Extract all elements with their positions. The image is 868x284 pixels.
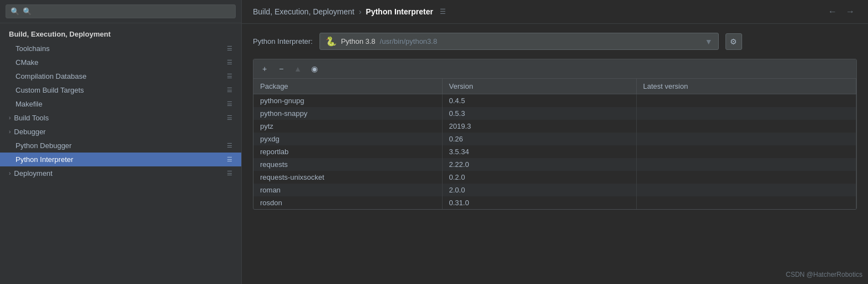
package-latest	[636, 196, 856, 209]
expand-arrow-icon: ›	[9, 115, 11, 121]
page-icon: ☰	[227, 73, 232, 80]
package-latest	[636, 133, 856, 145]
sidebar-item-build-tools[interactable]: › Build Tools ☰	[0, 111, 241, 125]
sidebar-item-custom-build-targets[interactable]: Custom Build Targets ☰	[0, 83, 241, 97]
package-version: 2.0.0	[442, 184, 636, 196]
python-logo-icon: 🐍	[326, 36, 337, 47]
page-icon: ☰	[227, 170, 232, 177]
remove-package-button[interactable]: −	[275, 63, 288, 75]
sidebar-item-label: Build Tools	[14, 114, 49, 122]
sidebar-item-python-debugger[interactable]: Python Debugger ☰	[0, 139, 241, 153]
table-row[interactable]: pyxdg 0.26	[253, 133, 856, 145]
packages-table: Package Version Latest version python-gn…	[253, 79, 856, 209]
add-package-button[interactable]: +	[258, 63, 271, 75]
nav-arrows: ← →	[826, 6, 857, 18]
upgrade-package-button[interactable]: ▲	[291, 63, 304, 75]
table-row[interactable]: python-snappy 0.5.3	[253, 107, 856, 120]
sidebar-item-label: Toolchains	[16, 44, 49, 53]
package-version: 0.5.3	[442, 107, 636, 120]
package-latest	[636, 120, 856, 133]
table-row[interactable]: requests 2.22.0	[253, 158, 856, 171]
package-name: reportlab	[253, 145, 442, 158]
sidebar-item-label: Python Debugger	[16, 141, 72, 150]
packages-section: + − ▲ ◉ Package Version Latest version p…	[253, 59, 857, 210]
table-row[interactable]: pytz 2019.3	[253, 120, 856, 133]
sidebar-item-debugger[interactable]: › Debugger	[0, 125, 241, 139]
column-header-package: Package	[253, 79, 442, 94]
column-header-version: Version	[442, 79, 636, 94]
page-icon: ☰	[227, 100, 232, 108]
table-row[interactable]: roman 2.0.0	[253, 184, 856, 196]
page-icon: ☰	[227, 45, 232, 52]
sidebar-item-label: Python Interpreter	[16, 155, 73, 164]
page-icon: ☰	[227, 59, 232, 66]
breadcrumb-bar: Build, Execution, Deployment › Python In…	[242, 0, 868, 24]
breadcrumb-parent: Build, Execution, Deployment	[253, 7, 354, 16]
column-header-latest: Latest version	[636, 79, 856, 94]
package-name: requests-unixsocket	[253, 171, 442, 184]
sidebar-item-compilation-database[interactable]: Compilation Database ☰	[0, 69, 241, 83]
table-header-row: Package Version Latest version	[253, 79, 856, 94]
interpreter-settings-button[interactable]: ⚙	[725, 33, 742, 50]
forward-button[interactable]: →	[844, 6, 857, 18]
package-name: pytz	[253, 120, 442, 133]
package-name: requests	[253, 158, 442, 171]
sidebar-item-deployment[interactable]: › Deployment ☰	[0, 166, 241, 180]
breadcrumb-current: Python Interpreter	[366, 7, 433, 16]
package-name: pyxdg	[253, 133, 442, 145]
sidebar-item-label: Custom Build Targets	[16, 86, 84, 94]
page-icon: ☰	[227, 114, 232, 121]
interpreter-row: Python Interpreter: 🐍 Python 3.8 /usr/bi…	[253, 33, 857, 50]
search-input-wrap[interactable]: 🔍	[6, 4, 236, 18]
breadcrumb-page-icon: ☰	[440, 8, 446, 16]
page-icon: ☰	[227, 156, 232, 163]
interpreter-select[interactable]: 🐍 Python 3.8 /usr/bin/python3.8 ▼	[319, 33, 719, 50]
search-input[interactable]	[23, 7, 231, 16]
package-version: 0.2.0	[442, 171, 636, 184]
table-row[interactable]: python-gnupg 0.4.5	[253, 94, 856, 108]
expand-arrow-icon: ›	[9, 129, 11, 135]
package-version: 3.5.34	[442, 145, 636, 158]
table-row[interactable]: reportlab 3.5.34	[253, 145, 856, 158]
package-version: 2.22.0	[442, 158, 636, 171]
package-latest	[636, 171, 856, 184]
package-latest	[636, 107, 856, 120]
package-name: roman	[253, 184, 442, 196]
search-bar: 🔍	[0, 0, 241, 23]
package-name: python-gnupg	[253, 94, 442, 108]
watermark: CSDN @HatcherRobotics	[786, 271, 862, 278]
sidebar-content: Build, Execution, Deployment Toolchains …	[0, 23, 241, 284]
dropdown-arrow-icon: ▼	[705, 37, 713, 46]
sidebar-item-cmake[interactable]: CMake ☰	[0, 55, 241, 69]
expand-arrow-icon: ›	[9, 170, 11, 176]
package-version: 0.31.0	[442, 196, 636, 209]
page-icon: ☰	[227, 142, 232, 149]
content-area: Python Interpreter: 🐍 Python 3.8 /usr/bi…	[242, 24, 868, 284]
sidebar-item-toolchains[interactable]: Toolchains ☰	[0, 42, 241, 55]
interpreter-name: Python 3.8	[341, 37, 375, 45]
package-latest	[636, 145, 856, 158]
sidebar-item-makefile[interactable]: Makefile ☰	[0, 97, 241, 111]
sidebar-item-label: Makefile	[16, 100, 42, 108]
packages-toolbar: + − ▲ ◉	[253, 59, 856, 79]
package-version: 0.4.5	[442, 94, 636, 108]
package-latest	[636, 158, 856, 171]
sidebar-item-python-interpreter[interactable]: Python Interpreter ☰	[0, 153, 241, 166]
page-icon: ☰	[227, 87, 232, 94]
sidebar-item-label: Debugger	[14, 128, 45, 136]
show-all-button[interactable]: ◉	[308, 63, 321, 75]
sidebar: 🔍 Build, Execution, Deployment Toolchain…	[0, 0, 242, 284]
back-button[interactable]: ←	[826, 6, 839, 18]
package-version: 2019.3	[442, 120, 636, 133]
interpreter-label: Python Interpreter:	[253, 37, 313, 45]
table-row[interactable]: rosdon 0.31.0	[253, 196, 856, 209]
interpreter-path: /usr/bin/python3.8	[380, 37, 437, 45]
package-version: 0.26	[442, 133, 636, 145]
package-name: rosdon	[253, 196, 442, 209]
package-name: python-snappy	[253, 107, 442, 120]
search-icon: 🔍	[11, 7, 19, 16]
gear-icon: ⚙	[730, 37, 737, 46]
table-row[interactable]: requests-unixsocket 0.2.0	[253, 171, 856, 184]
package-latest	[636, 94, 856, 108]
sidebar-item-label: Deployment	[14, 169, 52, 178]
